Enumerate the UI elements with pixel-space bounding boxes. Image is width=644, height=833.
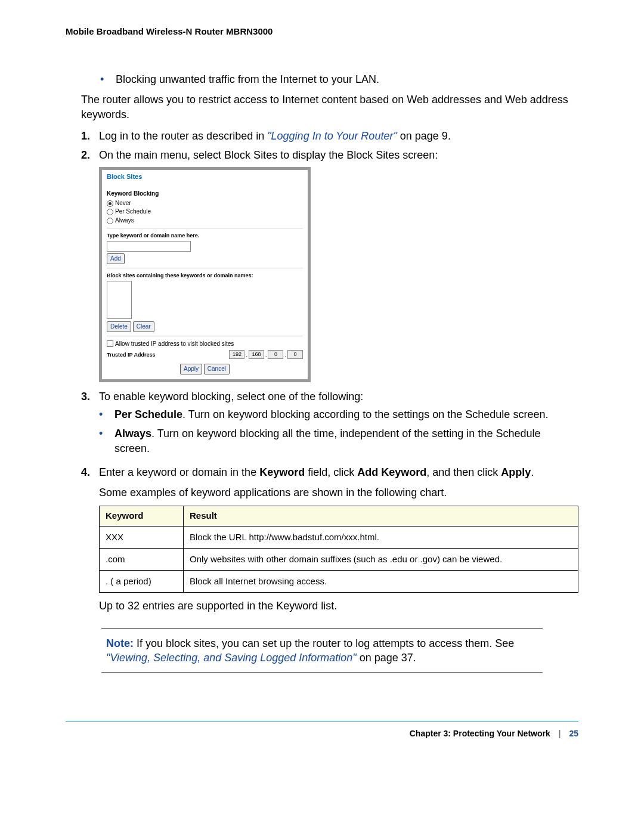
always-bold: Always: [114, 428, 151, 439]
keyword-blocking-label: Keyword Blocking: [107, 190, 303, 198]
footer-separator: |: [559, 729, 561, 738]
page-footer: Chapter 3: Protecting Your Network | 25: [66, 721, 578, 738]
step1-post: on page 9.: [397, 130, 451, 142]
step2-text: On the main menu, select Block Sites to …: [99, 148, 578, 162]
intro-bullet-text: Blocking unwanted traffic from the Inter…: [116, 72, 379, 86]
radio-per-label: Per Schedule: [115, 208, 151, 215]
always-text: . Turn on keyword blocking all the time,…: [114, 428, 540, 454]
note-post: on page 37.: [357, 652, 416, 664]
apply-bold: Apply: [501, 466, 531, 478]
step-number: 1.: [81, 129, 99, 143]
intro-paragraph: The router allows you to restrict access…: [81, 92, 578, 122]
step-2: 2. On the main menu, select Block Sites …: [81, 148, 578, 162]
document-header: Mobile Broadband Wireless-N Router MBRN3…: [66, 26, 578, 36]
keyword-listbox[interactable]: [107, 281, 132, 319]
step-number: 2.: [81, 148, 99, 162]
step3-text: To enable keyword blocking, select one o…: [99, 391, 363, 402]
step4-para2: Some examples of keyword applications ar…: [99, 485, 578, 500]
add-keyword-bold: Add Keyword: [357, 466, 426, 478]
allow-trusted-checkbox[interactable]: [107, 340, 113, 347]
radio-never-label: Never: [115, 200, 131, 206]
step1-pre: Log in to the router as described in: [99, 130, 267, 142]
step4-mid1: field, click: [305, 466, 357, 478]
step4-mid2: , and then click: [426, 466, 501, 478]
bullet-icon: •: [99, 426, 114, 441]
clear-button[interactable]: Clear: [133, 321, 154, 332]
per-schedule-text: . Turn on keyword blocking according to …: [182, 408, 548, 420]
radio-always-label: Always: [115, 217, 134, 224]
step4-pre: Enter a keyword or domain in the: [99, 466, 259, 478]
footer-page-number: 25: [569, 729, 578, 738]
apply-button[interactable]: Apply: [180, 364, 202, 374]
footer-chapter: Chapter 3: Protecting Your Network: [410, 729, 550, 738]
panel-title: Block Sites: [107, 172, 303, 181]
table-row: . ( a period) Block all Internet browsin…: [100, 571, 578, 593]
step-1: 1. Log in to the router as described in …: [81, 129, 578, 143]
trusted-ip-label: Trusted IP Address: [107, 351, 228, 358]
radio-per-schedule[interactable]: [107, 209, 113, 215]
table-row: XXX Block the URL http://www.badstuf.com…: [100, 526, 578, 548]
ip-octet-3[interactable]: 0: [268, 350, 283, 359]
step-number: 3.: [81, 389, 99, 404]
per-schedule-bold: Per Schedule: [114, 408, 182, 420]
login-link[interactable]: "Logging In to Your Router": [267, 130, 397, 142]
th-keyword: Keyword: [100, 506, 184, 526]
cell-keyword: . ( a period): [100, 571, 184, 593]
radio-always[interactable]: [107, 218, 113, 224]
note-label: Note:: [106, 637, 134, 649]
ip-octet-1[interactable]: 192: [229, 350, 244, 359]
cell-result: Block the URL http://www.badstuf.com/xxx…: [184, 526, 578, 548]
step-3: 3. To enable keyword blocking, select on…: [81, 389, 578, 460]
step-4: 4. Enter a keyword or domain in the Keyw…: [81, 465, 578, 614]
type-keyword-label: Type keyword or domain name here.: [107, 232, 303, 239]
th-result: Result: [184, 506, 578, 526]
cell-result: Only websites with other domain suffixes…: [184, 548, 578, 570]
keyword-bold: Keyword: [259, 466, 305, 478]
allow-trusted-label: Allow trusted IP address to visit blocke…: [115, 340, 234, 347]
logging-link[interactable]: "Viewing, Selecting, and Saving Logged I…: [106, 652, 357, 664]
keyword-input[interactable]: [107, 241, 191, 252]
keyword-limit-text: Up to 32 entries are supported in the Ke…: [99, 599, 578, 613]
note-pre: If you block sites, you can set up the r…: [134, 637, 514, 649]
cell-keyword: .com: [100, 548, 184, 570]
step4-end: .: [531, 466, 534, 478]
cell-keyword: XXX: [100, 526, 184, 548]
radio-never[interactable]: [107, 200, 113, 207]
ip-octet-4[interactable]: 0: [287, 350, 303, 359]
keyword-examples-table: Keyword Result XXX Block the URL http://…: [99, 506, 578, 593]
cancel-button[interactable]: Cancel: [204, 364, 230, 374]
block-sites-screenshot: Block Sites Keyword Blocking Never Per S…: [99, 167, 311, 382]
cell-result: Block all Internet browsing access.: [184, 571, 578, 593]
table-row: .com Only websites with other domain suf…: [100, 548, 578, 570]
block-list-label: Block sites containing these keywords or…: [107, 272, 303, 279]
note-box: Note: If you block sites, you can set up…: [101, 628, 543, 674]
bullet-icon: •: [100, 72, 116, 86]
bullet-icon: •: [99, 407, 114, 422]
delete-button[interactable]: Delete: [107, 321, 131, 332]
intro-bullet: • Blocking unwanted traffic from the Int…: [100, 72, 578, 86]
add-button[interactable]: Add: [107, 253, 125, 264]
ip-octet-2[interactable]: 168: [249, 350, 264, 359]
step-number: 4.: [81, 465, 99, 479]
